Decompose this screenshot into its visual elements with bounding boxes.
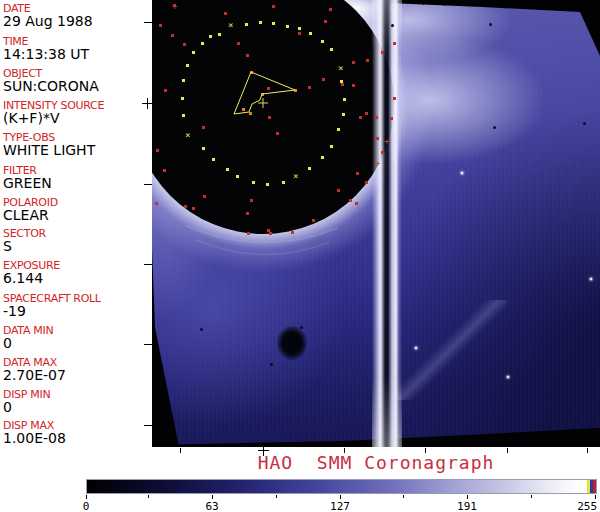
sun-center-marker	[258, 98, 268, 108]
colorbar-tick-label: 0	[83, 500, 90, 512]
metadata-value: GREEN	[3, 176, 52, 190]
colorbar-tick-label: 255	[577, 500, 597, 512]
colorbar-tick	[595, 495, 596, 499]
metadata-value: 2.70E-07	[3, 368, 66, 382]
metadata-value: 29 Aug 1988	[3, 14, 93, 28]
colorbar-minor-tick	[148, 495, 149, 498]
metadata-value: 1.00E-08	[3, 431, 66, 445]
metadata-value: 0	[3, 400, 12, 414]
colorbar-tick	[212, 495, 213, 499]
pointing-polygon	[234, 72, 295, 114]
colorbar-gradient	[86, 479, 597, 494]
left-axis-tick	[144, 22, 152, 23]
intensity-colorbar: 063127191255	[86, 479, 597, 512]
coronagraph-image-area: ××××+++	[152, 0, 600, 447]
viewer-window: DATE29 Aug 1988TIME14:13:38 UTOBJECTSUN:…	[0, 0, 600, 512]
colorbar-minor-tick	[403, 495, 404, 498]
colorbar-tick-label: 63	[205, 500, 218, 512]
colorbar-saturation-stripe	[593, 480, 596, 493]
metadata-value: -19	[3, 304, 26, 318]
left-axis-tick	[144, 264, 152, 265]
metadata-value: SUN:CORONA	[3, 79, 99, 93]
left-axis-plus-v	[147, 98, 148, 109]
image-title: HAO SMM Coronagraph	[152, 452, 600, 473]
colorbar-minor-tick	[531, 495, 532, 498]
colorbar-minor-tick	[276, 495, 277, 498]
annotation-overlay	[152, 0, 600, 447]
metadata-value: 6.144	[3, 271, 43, 285]
colorbar-tick	[340, 495, 341, 499]
metadata-value: CLEAR	[3, 208, 49, 222]
metadata-panel: DATE29 Aug 1988TIME14:13:38 UTOBJECTSUN:…	[0, 0, 152, 447]
left-axis-tick	[144, 344, 152, 345]
metadata-value: 14:13:38 UT	[3, 47, 89, 61]
metadata-value: (K+F)*V	[3, 111, 59, 125]
metadata-value: S	[3, 239, 12, 253]
colorbar-tick	[467, 495, 468, 499]
colorbar-tick-label: 127	[330, 500, 350, 512]
left-axis-tick	[144, 425, 152, 426]
smm-coronagraph-viewer: { "title": { "text": "HAO SMM Coronagrap…	[0, 0, 600, 512]
metadata-value: 0	[3, 336, 12, 350]
colorbar-tick	[86, 495, 87, 499]
diffraction-arc	[186, 226, 338, 243]
left-axis-tick	[144, 184, 152, 185]
colorbar-tick-label: 191	[457, 500, 477, 512]
metadata-value: WHITE LIGHT	[3, 143, 95, 157]
